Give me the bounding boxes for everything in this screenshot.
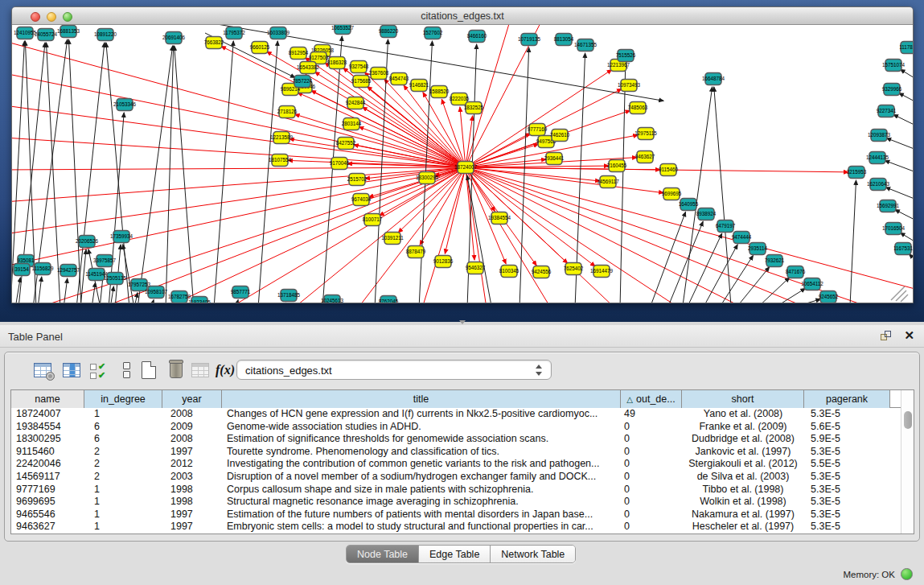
cell-pagerank[interactable]: 5.5E-5 [804,458,890,471]
graph-node[interactable]: 21053346 [113,99,137,111]
graph-node[interactable]: 11451944 [85,269,108,281]
cell-short[interactable]: Jankovic et al. (1997) [682,446,804,459]
graph-node[interactable]: 18300295 [416,172,439,184]
graph-node[interactable]: 10653527 [331,25,355,35]
graph-node[interactable]: 10973493 [618,80,641,92]
graph-node[interactable]: 9699695 [662,188,682,200]
cell-year[interactable]: 2008 [162,408,222,421]
graph-node[interactable]: 9012836 [433,256,454,268]
network-graph[interactable]: 1872400776638229660125891295418226058912… [12,25,914,303]
table-header-row[interactable]: namein_degreeyeartitle△out_de...shortpag… [11,390,901,408]
table-row[interactable]: 1830029562008Estimation of significance … [11,433,901,446]
column-header-title[interactable]: title [222,390,621,408]
cell-name[interactable]: 9699695 [11,496,84,509]
cell-title[interactable]: Corpus callosum shape and size in male p… [222,484,621,496]
network-canvas[interactable]: 1872400776638229660125891295418226058912… [12,25,914,303]
cell-out_de[interactable]: 0 [621,496,682,509]
graph-node[interactable]: 16881353 [57,26,80,38]
graph-node[interactable]: 24055724 [35,29,58,41]
graph-node[interactable]: 19384554 [488,212,511,225]
graph-node[interactable]: 9242844 [346,97,366,109]
graph-node[interactable]: 33975857 [93,255,117,267]
cell-in_degree[interactable]: 6 [84,433,162,446]
graph-node[interactable]: 16782759 [168,291,191,303]
graph-node[interactable]: 7462610 [550,130,570,142]
float-panel-icon[interactable] [881,331,892,342]
cell-year[interactable]: 2009 [162,421,222,434]
table-chooser-dropdown[interactable]: citations_edges.txt [236,360,552,380]
cell-title[interactable]: Investigating the contribution of common… [222,458,621,471]
graph-node[interactable]: 11156829 [31,263,54,275]
tab-network-table[interactable]: Network Table [491,546,575,562]
column-header-year[interactable]: year [162,390,222,408]
graph-edge[interactable] [467,175,491,303]
graph-edge[interactable] [466,167,663,193]
graph-node[interactable]: 39154 [14,264,30,276]
cell-title[interactable]: Tourette syndrome. Phenomenology and cla… [222,446,621,459]
graph-edge[interactable] [110,286,113,303]
graph-edge[interactable] [12,73,466,167]
window-titlebar[interactable]: citations_edges.txt [12,7,913,25]
graph-node[interactable]: 1117834 [899,42,914,54]
graph-edge[interactable] [683,87,713,303]
cell-out_de[interactable]: 0 [621,521,682,534]
scrollbar-thumb[interactable] [904,411,912,429]
cell-in_degree[interactable]: 1 [84,496,162,509]
graph-edge[interactable] [790,299,820,303]
cell-pagerank[interactable]: 5.3E-5 [804,471,890,484]
graph-node[interactable]: 20691406 [162,32,186,44]
graph-node[interactable]: 8100345 [499,266,519,278]
graph-node[interactable]: 9170046 [330,158,350,170]
cell-year[interactable]: 2003 [162,471,222,484]
column-header-name[interactable]: name [11,390,84,408]
graph-edge[interactable] [466,25,511,167]
graph-edge[interactable] [886,138,914,152]
graph-edge[interactable] [466,167,487,303]
graph-edge[interactable] [893,114,914,129]
graph-edge[interactable] [12,41,466,167]
memory-status-icon[interactable] [901,568,913,580]
graph-edge[interactable] [850,180,856,303]
graph-node[interactable]: 20206526 [76,236,99,248]
cell-short[interactable]: Franke et al. (2009) [682,421,804,434]
graph-node[interactable]: 8878479 [406,246,426,258]
cell-pagerank[interactable]: 5.6E-5 [804,421,890,434]
cell-name[interactable]: 14569117 [11,471,84,484]
graph-node[interactable]: 11923405 [188,297,211,304]
table-scrollbar[interactable] [901,390,914,534]
cell-short[interactable]: Wolkin et al. (1998) [682,496,804,509]
graph-node[interactable]: 8186328 [327,57,347,69]
graph-node[interactable]: 11795372 [223,27,245,39]
table-row[interactable]: 946554611997Estimation of the future num… [11,509,901,521]
table-row[interactable]: 969969511998Structural magnetic resonanc… [11,496,901,509]
graph-edge[interactable] [38,277,42,303]
graph-edge[interactable] [214,41,233,303]
column-header-out_de[interactable]: △out_de... [621,390,682,408]
cell-out_de[interactable]: 0 [621,509,682,521]
cell-pagerank[interactable]: 5.9E-5 [804,433,890,446]
graph-node[interactable]: 2367608 [369,68,389,80]
graph-edge[interactable] [687,233,722,303]
graph-node[interactable]: 16033809 [267,27,290,39]
graph-edge[interactable] [294,167,466,303]
graph-node[interactable]: 10654112 [801,278,823,290]
graph-node[interactable]: 9463627 [635,151,655,163]
graph-edge[interactable] [703,245,737,303]
graph-node[interactable]: 12093873 [868,130,891,142]
table-row[interactable]: 2242004622012Investigating the contribut… [11,458,901,471]
graph-node[interactable]: 16543382 [297,62,320,74]
graph-edge[interactable] [12,167,466,202]
graph-node[interactable]: 10891220 [94,29,117,41]
graph-edge[interactable] [12,167,466,234]
graph-node[interactable]: 10245613 [321,295,344,304]
graph-node[interactable]: 2718126 [277,106,298,118]
cell-in_degree[interactable]: 1 [84,408,162,421]
graph-node[interactable]: 12410955 [14,27,37,39]
cell-title[interactable]: Estimation of the future numbers of pati… [222,509,621,521]
graph-node[interactable]: 9115460 [659,164,679,176]
graph-node[interactable]: 17016504 [882,223,906,235]
graph-edge[interactable] [899,93,914,105]
delete-table-icon[interactable] [166,360,187,381]
cell-name[interactable]: 9777169 [11,484,84,496]
show-columns-icon[interactable] [63,360,84,381]
